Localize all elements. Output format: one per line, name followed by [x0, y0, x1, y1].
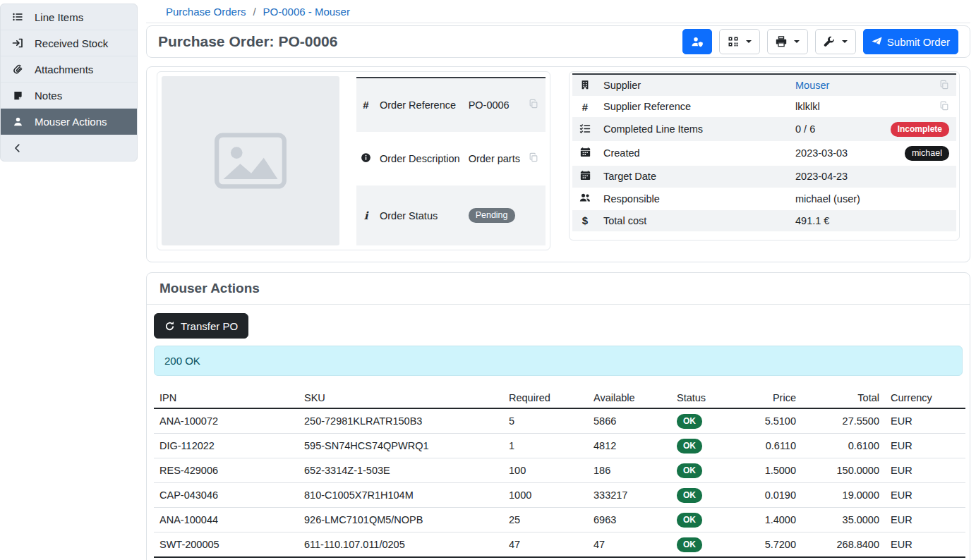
breadcrumb-link-current-order[interactable]: PO-0006 - Mouser [263, 6, 350, 18]
cell-sku: 595-SN74HCS74QPWRQ1 [299, 434, 503, 458]
footer-empty-cell [738, 557, 802, 560]
panel-body: Transfer PO 200 OK IPNSKURequiredAvailab… [147, 305, 970, 560]
cell-required: 100 [503, 458, 588, 483]
footer-empty-cell [299, 557, 503, 560]
order-actions-button[interactable] [682, 29, 712, 54]
table-row: ANA-100044926-LMC7101QM5/NOPB256963OK1.4… [154, 508, 965, 532]
cell-status: OK [671, 508, 738, 532]
supplier-details-card: SupplierMouser#Supplier Referencelklklkl… [569, 71, 960, 241]
cell-required: 47 [503, 532, 588, 558]
sidebar-item-received-stock[interactable]: Received Stock [1, 30, 137, 56]
col-header-currency[interactable]: Currency [885, 387, 965, 408]
cell-price: 0.0190 [738, 483, 802, 508]
copy-icon[interactable] [529, 152, 538, 162]
detail-label: Completed Line Items [598, 117, 790, 141]
detail-value: lklklkl [790, 96, 879, 117]
cell-price: 5.5100 [738, 408, 802, 434]
sidebar-collapse-button[interactable] [1, 135, 137, 161]
copy-icon[interactable] [529, 99, 538, 109]
wrench-icon [824, 36, 835, 47]
detail-trailing-cell [879, 188, 956, 210]
copy-icon[interactable] [939, 80, 949, 90]
footer-empty-cell [588, 557, 671, 560]
sidebar-item-notes[interactable]: Notes [1, 83, 137, 109]
detail-label: Order Reference [375, 78, 464, 132]
michael-badge: michael [905, 146, 949, 162]
sidebar-item-attachments[interactable]: Attachments [1, 56, 137, 83]
hash-icon: # [572, 96, 598, 117]
breadcrumb: Purchase Orders / PO-0006 - Mouser [146, 0, 970, 23]
cell-ipn: DIG-112022 [154, 434, 299, 458]
send-icon [872, 37, 882, 47]
cell-available: 5866 [588, 408, 671, 434]
detail-label: Created [598, 141, 790, 166]
transfer-po-button[interactable]: Transfer PO [154, 313, 248, 339]
cell-sku: 926-LMC7101QM5/NOPB [299, 508, 503, 532]
submit-order-button[interactable]: Submit Order [863, 29, 958, 54]
detail-label: Total cost [598, 210, 790, 231]
transfer-po-label: Transfer PO [181, 320, 238, 332]
col-header-total[interactable]: Total [802, 387, 885, 408]
breadcrumb-link-purchase-orders[interactable]: Purchase Orders [166, 6, 246, 18]
list-check-icon [572, 117, 598, 141]
caret-down-icon [842, 40, 848, 43]
sidebar-item-line-items[interactable]: Line Items [1, 4, 137, 30]
cell-sku: 611-110.107.011/0205 [299, 532, 503, 558]
table-row: DIG-112022595-SN74HCS74QPWRQ114812OK0.61… [154, 434, 965, 458]
cell-available: 186 [588, 458, 671, 483]
detail-row-completed-line-items: Completed Line Items0 / 6Incomplete [572, 117, 956, 141]
table-row: SWT-200005611-110.107.011/02054747OK5.72… [154, 532, 965, 558]
admin-actions-button[interactable] [815, 29, 856, 54]
print-actions-button[interactable] [767, 29, 808, 54]
supplier-link[interactable]: Mouser [795, 80, 829, 91]
panel-header: Mouser Actions [147, 273, 970, 305]
col-header-available[interactable]: Available [588, 387, 671, 408]
col-header-status[interactable]: Status [671, 387, 738, 408]
order-summary-card: #Order ReferencePO-0006Order Description… [157, 71, 550, 250]
detail-trailing-cell: michael [879, 141, 956, 166]
cell-ipn: RES-429006 [154, 458, 299, 483]
ok-badge: OK [677, 537, 702, 552]
cell-available: 333217 [588, 483, 671, 508]
page-header-panel: Purchase Order: PO-0006 Submit Order [146, 25, 970, 58]
list-icon [11, 11, 24, 23]
panel-title: Mouser Actions [159, 281, 957, 296]
cell-total: 35.0000 [802, 508, 885, 532]
order-image-placeholder[interactable] [162, 76, 339, 245]
cell-available: 6963 [588, 508, 671, 532]
col-header-sku[interactable]: SKU [299, 387, 503, 408]
detail-row-order-status: iOrder StatusPending [356, 185, 546, 245]
caret-down-icon [746, 40, 752, 43]
detail-label: Target Date [598, 166, 790, 188]
cell-status: OK [671, 408, 738, 434]
ok-badge: OK [677, 414, 702, 429]
calendar-icon [572, 166, 598, 188]
calendar-icon [572, 141, 598, 166]
detail-trailing-cell [879, 210, 956, 231]
cell-ipn: CAP-043046 [154, 483, 299, 508]
cell-status: OK [671, 532, 738, 558]
cell-total: 150.0000 [802, 458, 885, 483]
copy-icon[interactable] [939, 101, 949, 111]
detail-label: Order Description [375, 132, 464, 186]
detail-label: Responsible [598, 188, 790, 210]
caret-down-icon [794, 40, 800, 43]
sidebar-item-mouser-actions[interactable]: Mouser Actions [1, 109, 137, 135]
detail-label: Supplier Reference [598, 96, 790, 117]
detail-row-responsible: Responsiblemichael (user) [572, 188, 956, 210]
footer-total-label: Total [154, 557, 299, 560]
cell-required: 5 [503, 408, 588, 434]
cell-price: 5.7200 [738, 532, 802, 558]
page-title: Purchase Order: PO-0006 [158, 33, 337, 50]
hash-icon: # [356, 78, 375, 132]
detail-value: 2023-04-23 [790, 166, 879, 188]
chevron-left-icon [11, 143, 24, 153]
cell-currency: EUR [885, 532, 965, 558]
col-header-ipn[interactable]: IPN [154, 387, 299, 408]
incomplete-badge: Incomplete [891, 122, 949, 137]
col-header-price[interactable]: Price [738, 387, 802, 408]
cell-available: 47 [588, 532, 671, 558]
barcode-actions-button[interactable] [719, 29, 760, 54]
col-header-required[interactable]: Required [503, 387, 588, 408]
cell-sku: 810-C1005X7R1H104M [299, 483, 503, 508]
